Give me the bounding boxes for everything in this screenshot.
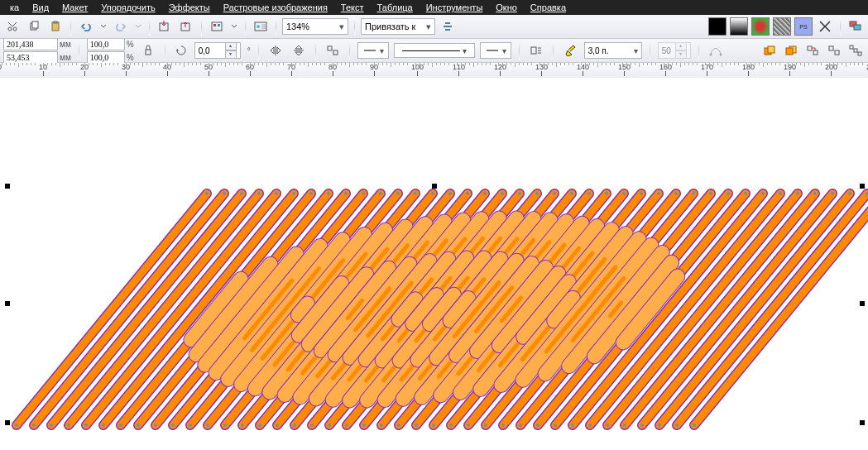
copy-icon[interactable] [25,17,43,36]
artwork-blend-object[interactable] [0,127,868,450]
svg-point-114 [241,424,244,427]
outline-pen-icon[interactable] [561,41,579,60]
scale-factor-box: % % [87,38,134,64]
paste-icon[interactable] [46,17,65,36]
svg-point-276 [536,424,540,427]
mirror-v-icon[interactable] [290,41,308,60]
no-fill-icon[interactable] [816,17,834,36]
snap-combo[interactable]: Привязать к ▾ [361,18,435,35]
svg-point-302 [640,424,644,427]
mirror-h-icon[interactable] [266,41,285,60]
svg-point-167 [518,192,521,195]
svg-point-50 [275,192,278,195]
svg-point-38 [223,192,226,195]
to-front-icon[interactable] [760,41,779,60]
menu-table[interactable]: Таблица [371,1,420,14]
separator [258,41,259,60]
menu-window[interactable]: Окно [489,1,524,14]
align-distribute-icon[interactable] [324,41,342,60]
menu-bitmaps[interactable]: Растровые изображения [217,1,334,14]
undo-dropdown-icon[interactable] [98,17,108,36]
pct-label: % [127,53,134,62]
scale-x-input[interactable] [87,38,125,50]
dropdown-arrow-icon: ▾ [426,22,431,32]
svg-point-67 [137,424,140,427]
ruler-tick: 170 [701,63,713,79]
svg-point-281 [744,192,747,195]
outline-width-combo[interactable]: 3,0 п. ▾ [584,42,642,59]
svg-point-201 [570,192,573,195]
line-start-combo[interactable]: ▾ [357,42,389,59]
svg-point-202 [380,424,383,427]
redo-icon[interactable] [112,17,130,36]
line-end-combo[interactable]: ▾ [480,42,511,59]
svg-point-211 [587,192,591,195]
separator [149,17,150,36]
fill-pattern2-icon[interactable] [773,17,791,36]
drawing-canvas[interactable] [0,78,868,450]
separator [315,41,316,60]
separator [165,41,165,60]
svg-rect-27 [829,46,833,50]
redo-dropdown-icon[interactable] [133,17,143,36]
fill-dialog-icon[interactable] [846,17,865,36]
menu-layout[interactable]: Макет [55,1,94,14]
ruler-tick: 10 [39,63,47,79]
ruler-tick: 30 [122,63,130,79]
svg-point-294 [606,424,609,427]
fill-black-icon[interactable] [708,17,727,36]
separator [79,41,79,60]
ungroup-icon[interactable] [825,41,843,60]
zoom-combo[interactable]: 134% ▾ [282,18,348,35]
menu-tools[interactable]: Инструменты [420,1,490,14]
convert-to-curves-icon[interactable] [707,41,725,60]
x-position-input[interactable] [3,38,58,50]
spinner: ▴▾ [675,42,687,59]
svg-point-86 [379,192,382,195]
app-launcher-icon[interactable] [208,17,226,36]
cut-icon[interactable] [3,17,22,36]
ruler-tick: 70 [287,63,295,79]
scale-y-input[interactable] [87,51,125,64]
fill-gradient-icon[interactable] [730,17,748,36]
line-style-combo[interactable]: ▾ [394,43,475,58]
menu-view[interactable]: Вид [26,1,55,14]
pct-label: % [127,40,134,49]
undo-icon[interactable] [77,17,95,36]
separator [519,41,520,60]
separator [276,17,276,36]
lock-ratio-icon[interactable] [139,41,157,60]
svg-point-155 [501,192,504,195]
svg-point-249 [467,424,470,427]
group-icon[interactable] [803,41,822,60]
wrap-text-icon[interactable] [527,41,545,60]
svg-point-105 [223,424,227,427]
object-position-box: мм мм [3,38,71,64]
svg-point-180 [345,424,348,427]
fill-postscript-icon[interactable]: PS [794,17,813,36]
ungroup-all-icon[interactable] [846,41,865,60]
menu-arrange[interactable]: Упорядочить [94,1,161,14]
welcome-screen-icon[interactable] [252,17,270,36]
separator [70,17,71,36]
menu-text[interactable]: Текст [334,1,371,14]
svg-point-297 [813,192,817,195]
menu-help[interactable]: Справка [524,1,573,14]
fill-pattern1-icon[interactable] [751,17,770,36]
rotation-input[interactable]: 0,0 ▴▾ [194,42,241,59]
snap-options-icon[interactable] [439,17,457,36]
svg-point-191 [553,192,556,195]
spinner[interactable]: ▴▾ [225,42,237,59]
to-back-icon[interactable] [782,41,800,60]
y-position-input[interactable] [3,51,58,64]
app-launcher-dropdown-icon[interactable] [229,17,239,36]
import-icon[interactable] [156,17,174,36]
menu-effects[interactable]: Эффекты [162,1,217,14]
svg-point-51 [84,424,88,427]
export-icon[interactable] [177,17,195,36]
svg-point-256 [484,424,487,427]
svg-point-179 [535,192,539,195]
svg-point-289 [779,192,782,195]
svg-point-42 [240,192,243,195]
rotation-icon [173,42,189,59]
